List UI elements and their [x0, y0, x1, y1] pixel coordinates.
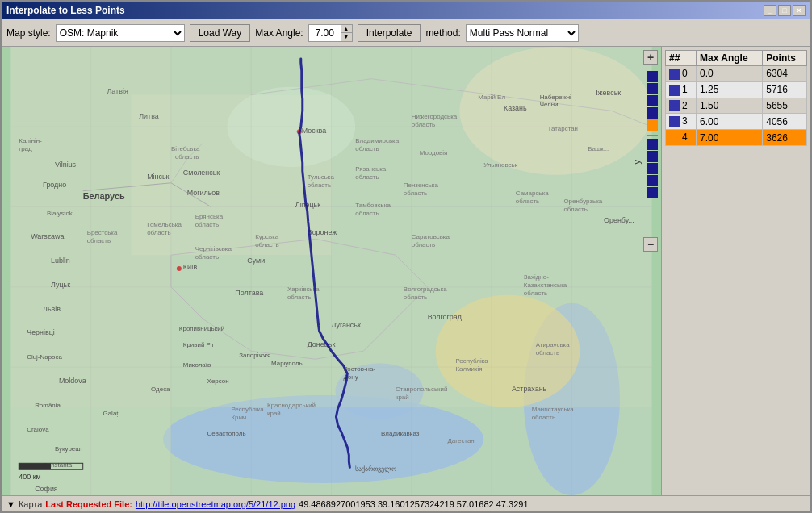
- svg-text:область: область: [355, 145, 379, 152]
- close-button[interactable]: ×: [793, 5, 806, 16]
- svg-text:град: град: [19, 145, 32, 152]
- svg-text:Західно-: Західно-: [524, 273, 549, 281]
- cell-points: 3626: [763, 130, 807, 146]
- spinner-down[interactable]: ▼: [341, 33, 352, 41]
- map-label: Карта: [19, 499, 42, 509]
- svg-text:Казань: Казань: [504, 104, 527, 112]
- svg-text:Астрахань: Астрахань: [512, 385, 547, 393]
- svg-text:область: область: [412, 241, 435, 248]
- svg-text:Ульяновськ: Ульяновськ: [483, 161, 518, 169]
- svg-text:Владикавказ: Владикавказ: [381, 430, 420, 437]
- interpolate-button[interactable]: Interpolate: [358, 24, 421, 42]
- svg-text:Lublin: Lublin: [51, 256, 70, 265]
- svg-text:Самарська: Самарська: [516, 190, 549, 197]
- swatch-6: [647, 151, 658, 162]
- title-bar-buttons: _ □ ×: [764, 5, 806, 16]
- svg-text:Ростов-на-: Ростов-на-: [343, 365, 375, 373]
- svg-text:Одеса: Одеса: [151, 386, 170, 393]
- right-panel: ## Max Angle Points 00.0630411.25571621.…: [661, 47, 810, 495]
- svg-point-9: [459, 47, 651, 175]
- svg-text:область: область: [287, 294, 311, 301]
- svg-text:Мінськ: Мінськ: [147, 173, 169, 181]
- svg-text:Литва: Литва: [139, 112, 159, 120]
- svg-text:Чернігівська: Чернігівська: [195, 245, 232, 252]
- maximize-button[interactable]: □: [778, 5, 791, 16]
- map-container[interactable]: Литва Калінін- град Vilnius Гродно Белар…: [2, 47, 661, 495]
- zoom-out-button[interactable]: −: [643, 237, 658, 252]
- svg-text:Мангістауська: Мангістауська: [532, 406, 575, 413]
- table-row[interactable]: 21.505655: [666, 98, 807, 114]
- svg-text:Калмикія: Калмикія: [455, 365, 482, 373]
- swatch-9: [647, 187, 658, 198]
- max-angle-label: Max Angle:: [255, 27, 303, 39]
- data-table: ## Max Angle Points 00.0630411.25571621.…: [665, 50, 807, 146]
- table-row[interactable]: 00.06304: [666, 66, 807, 82]
- svg-text:Латвія: Латвія: [107, 87, 128, 95]
- svg-text:область: область: [147, 229, 170, 236]
- svg-text:Кропивницький: Кропивницький: [179, 325, 224, 332]
- tile-url[interactable]: http://tile.openstreetmap.org/5/21/12.pn…: [136, 499, 295, 509]
- table-row[interactable]: 47.003626: [666, 130, 807, 146]
- method-select[interactable]: Multi Pass Normal: [466, 24, 579, 42]
- svg-text:Оренбу...: Оренбу...: [604, 216, 634, 224]
- svg-text:România: România: [35, 402, 61, 409]
- cell-id: 3: [666, 114, 697, 130]
- svg-text:Тамбовська: Тамбовська: [355, 202, 391, 209]
- svg-text:область: область: [87, 237, 111, 244]
- spinner-up[interactable]: ▲: [341, 25, 352, 33]
- status-bar: ▼ Карта Last Requested File: http://tile…: [2, 495, 810, 511]
- svg-text:Беларусь: Беларусь: [83, 191, 125, 201]
- main-content: Литва Калінін- град Vilnius Гродно Белар…: [2, 47, 810, 495]
- col-header-angle: Max Angle: [696, 51, 762, 66]
- swatch-8: [647, 175, 658, 186]
- svg-text:Казахстанська: Казахстанська: [524, 282, 567, 289]
- cell-id: 1: [666, 81, 697, 98]
- svg-text:Гродно: Гродно: [43, 181, 66, 189]
- svg-text:край: край: [396, 394, 409, 401]
- svg-text:Чернівці: Чернівці: [27, 328, 55, 336]
- cell-points: 5716: [763, 81, 807, 98]
- swatch-3: [647, 107, 658, 119]
- svg-point-1: [163, 395, 483, 483]
- svg-text:Саратовська: Саратовська: [412, 233, 450, 240]
- cell-points: 5655: [763, 98, 807, 114]
- svg-text:Оренбурзька: Оренбурзька: [563, 198, 602, 205]
- table-row[interactable]: 11.255716: [666, 81, 807, 98]
- svg-text:область: область: [404, 294, 427, 301]
- svg-text:Смоленськ: Смоленськ: [183, 169, 220, 177]
- svg-text:Севастополь: Севастополь: [207, 430, 246, 437]
- svg-text:Могильов: Могильов: [187, 189, 220, 197]
- svg-text:область: область: [563, 206, 587, 213]
- svg-text:область: область: [308, 181, 331, 189]
- svg-text:Крим: Крим: [231, 414, 246, 421]
- table-row[interactable]: 36.004056: [666, 114, 807, 130]
- title-bar: Interpolate to Less Points _ □ ×: [2, 2, 810, 19]
- y-axis-label: y: [632, 160, 642, 165]
- col-header-id: ##: [666, 51, 697, 66]
- minimize-button[interactable]: _: [764, 5, 776, 16]
- svg-text:Республіка: Республіка: [231, 406, 264, 413]
- svg-text:Волгоград: Волгоград: [428, 313, 463, 321]
- map-style-select[interactable]: OSM: Mapnik: [56, 24, 185, 42]
- svg-text:Дагестан: Дагестан: [447, 437, 474, 444]
- svg-rect-133: [19, 463, 51, 469]
- swatch-2: [647, 95, 658, 106]
- svg-text:Татарстан: Татарстан: [548, 125, 578, 132]
- svg-text:Cluj-Napoca: Cluj-Napoca: [27, 353, 62, 361]
- svg-text:Львів: Львів: [43, 305, 61, 313]
- window-title: Interpolate to Less Points: [6, 5, 125, 16]
- svg-text:Ліпецьк: Ліпецьк: [295, 201, 320, 209]
- load-way-button[interactable]: Load Way: [190, 24, 251, 42]
- svg-text:Vilnius: Vilnius: [55, 161, 77, 169]
- svg-text:область: область: [255, 241, 278, 248]
- svg-text:Курська: Курська: [255, 233, 279, 240]
- zoom-in-button[interactable]: +: [643, 50, 658, 65]
- map-dropdown-label: ▼: [6, 499, 15, 509]
- svg-text:Луганськ: Луганськ: [332, 321, 361, 329]
- svg-text:Тульська: Тульська: [308, 173, 335, 181]
- svg-text:Moldova: Moldova: [59, 377, 86, 385]
- svg-text:Донецьк: Донецьк: [308, 340, 336, 348]
- max-angle-input[interactable]: 7.00: [308, 24, 341, 42]
- method-label: method:: [425, 27, 460, 39]
- main-window: Interpolate to Less Points _ □ × Map sty…: [0, 0, 812, 513]
